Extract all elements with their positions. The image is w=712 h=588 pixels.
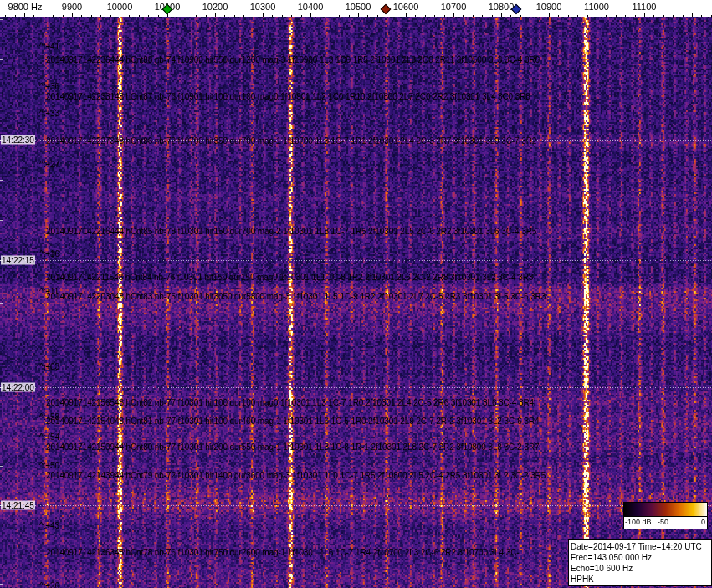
freq-tick	[158, 15, 159, 17]
freq-tick-label: 10800	[489, 2, 515, 12]
freq-tick	[44, 15, 44, 17]
db-colorbar: -100 dB -50 0	[623, 502, 708, 529]
freq-tick	[568, 15, 569, 17]
freq-tick	[15, 15, 16, 17]
freq-tick	[196, 15, 197, 17]
freq-tick	[91, 15, 92, 17]
echo-detection-line: 20140917142136348 hCnt78 nb-76 f10301 hi…	[46, 548, 520, 557]
freq-tick	[549, 13, 550, 17]
freq-tick	[692, 13, 693, 17]
db-gradient	[624, 503, 707, 517]
freq-tick	[349, 15, 350, 17]
freq-tick	[510, 15, 511, 17]
freq-tick	[644, 13, 645, 17]
freq-tick	[463, 15, 464, 17]
freq-tick	[520, 15, 521, 17]
freq-tick-label: 10200	[202, 2, 228, 12]
freq-tick	[434, 15, 435, 17]
freq-tick	[397, 15, 397, 17]
freq-tick	[72, 13, 73, 17]
freq-tick	[263, 13, 264, 17]
info-date-line: Date=2014-09-17 Time=14:20 UTC	[571, 541, 709, 552]
freq-tick	[482, 15, 483, 17]
db-colorbar-labels: -100 dB -50 0	[624, 517, 707, 528]
freq-tick	[339, 15, 340, 17]
freq-tick	[406, 13, 407, 17]
freq-tick	[5, 15, 6, 17]
time-axis-label: 14:22:00	[1, 383, 35, 392]
freq-tick	[310, 13, 311, 17]
freq-tick	[234, 15, 235, 17]
freq-tick-label: 11100	[633, 2, 657, 12]
freq-tick	[501, 13, 502, 17]
freq-tick	[663, 15, 664, 17]
echo-detection-line: 20140917142236444 hCnt88 nb-74 f10900 hi…	[46, 55, 540, 64]
freq-tick-label: 10900	[536, 2, 562, 12]
freq-tick-label: 10600	[393, 2, 419, 12]
freq-tick-label: 9800 Hz	[8, 2, 43, 12]
echo-time-tag: ^t+43	[39, 521, 59, 530]
info-freq-line: Freq=143 050 000 Hz	[571, 552, 709, 563]
freq-tick	[425, 15, 426, 17]
freq-tick	[206, 15, 207, 17]
freq-tick	[24, 13, 25, 17]
echo-detection-line: 20140917142150944 hCnt80 nb-77 f10301 hi…	[46, 442, 539, 452]
freq-tick	[224, 15, 225, 17]
freq-tick	[358, 13, 359, 17]
freq-tick	[683, 15, 684, 17]
freq-tick	[377, 15, 378, 17]
freq-tick	[187, 15, 187, 17]
echo-time-tag: ^t+33	[39, 109, 59, 118]
db-mid-label: -50	[658, 518, 668, 526]
freq-tick	[701, 15, 702, 17]
freq-tick-label: 11000	[584, 2, 609, 12]
freq-tick	[330, 15, 330, 17]
echo-time-tag: ^t+36	[39, 82, 59, 91]
echo-time-tag: ^t+27	[39, 160, 59, 169]
freq-tick	[387, 15, 387, 17]
freq-tick	[635, 15, 636, 17]
frequency-scale-bar: 9800 Hz990010000101001020010300104001050…	[0, 0, 712, 17]
freq-tick-label: 10300	[250, 2, 276, 12]
db-max-label: 0	[701, 518, 705, 526]
freq-tick	[33, 15, 34, 17]
echo-detection-line: 20140917142227348 hCnt86 nb-72 f10700 hi…	[46, 136, 536, 146]
freq-tick	[148, 15, 149, 17]
freq-tick	[110, 15, 111, 17]
freq-tick	[177, 15, 177, 17]
db-min-label: -100 dB	[625, 518, 652, 526]
freq-tick	[530, 15, 530, 17]
red-diamond-marker-icon[interactable]	[381, 4, 392, 15]
echo-detection-line: 20140917142216444 hCnt85 nb-78 f10301 hi…	[46, 227, 536, 236]
status-info-box: Date=2014-09-17 Time=14:20 UTC Freq=143 …	[568, 539, 712, 586]
echo-detection-line: 20140917142211548 hCnt84 nb-76 f10301 hi…	[46, 273, 533, 282]
time-axis-label: 14:22:15	[1, 256, 35, 265]
freq-tick	[673, 15, 674, 17]
spectrogram-overlay: 14:22:3014:22:1514:22:0014:21:45^t+41^t+…	[0, 0, 712, 588]
freq-tick	[129, 15, 130, 17]
freq-tick	[597, 13, 597, 17]
echo-detection-line: 20140917142154048 hCnt81 nb-77 f10301 hi…	[46, 417, 539, 426]
freq-tick	[301, 15, 302, 17]
freq-tick	[53, 15, 54, 17]
info-echo-line: Echo=10 600 Hz	[571, 563, 709, 574]
time-axis-label: 14:22:30	[1, 135, 35, 145]
freq-tick	[367, 15, 368, 17]
echo-time-tag: ^t+16	[39, 249, 59, 258]
echo-time-tag: ^t+54	[39, 432, 59, 442]
freq-tick	[215, 13, 216, 17]
echo-time-tag: ^t+03	[39, 362, 59, 371]
freq-tick	[320, 15, 320, 17]
spectrogram-app-window: 9800 Hz990010000101001020010300104001050…	[0, 0, 712, 588]
freq-tick	[272, 15, 273, 17]
info-callsign-line: HPHK	[571, 574, 709, 585]
time-axis-label: 14:21:45	[1, 501, 35, 510]
freq-tick	[473, 15, 474, 17]
echo-time-tag: ^t+50	[39, 461, 59, 470]
freq-tick	[625, 15, 626, 17]
echo-detection-line: 20140917142143944 hCnt79 nb-72 f10301 hi…	[46, 471, 546, 480]
freq-tick-label: 10400	[298, 2, 324, 12]
freq-tick	[243, 15, 244, 17]
echo-time-tag: ^t+41	[39, 42, 59, 51]
freq-tick	[120, 13, 120, 17]
